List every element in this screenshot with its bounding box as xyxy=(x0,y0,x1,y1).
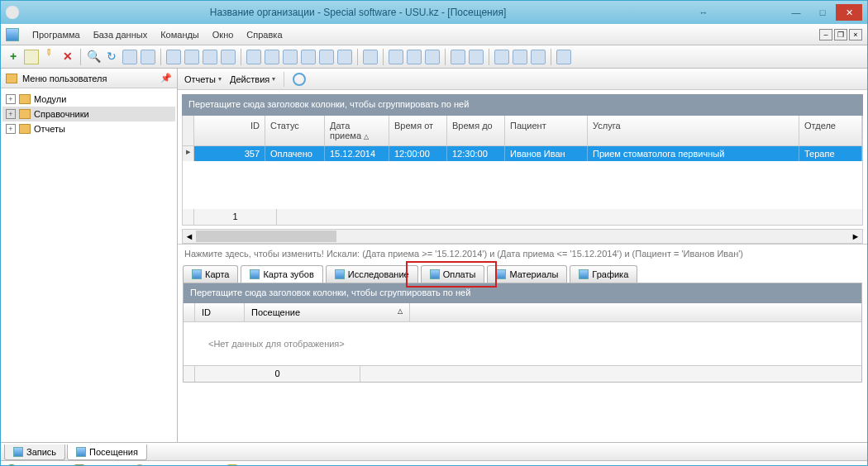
folder-icon xyxy=(6,74,17,83)
mdi-restore[interactable]: ❐ xyxy=(834,29,847,40)
delete-icon[interactable]: ✕ xyxy=(60,50,75,64)
subcol-visit[interactable]: Посещение △ xyxy=(245,303,410,321)
menu-program[interactable]: Программа xyxy=(26,26,87,43)
toolbar: + ✎ ✕ 🔍 ↻ xyxy=(1,45,867,69)
tab-research[interactable]: Исследование xyxy=(326,265,418,283)
btab-visits[interactable]: Посещения xyxy=(67,445,147,460)
menu-window[interactable]: Окно xyxy=(206,26,241,43)
scroll-thumb[interactable] xyxy=(196,231,336,242)
tool-icon[interactable] xyxy=(122,50,137,64)
col-time-to[interactable]: Время до xyxy=(447,116,505,145)
subcol-id[interactable]: ID xyxy=(195,303,245,321)
horizontal-scrollbar[interactable]: ◄ ► xyxy=(182,229,863,244)
scroll-right-icon[interactable]: ► xyxy=(849,231,862,241)
refresh-icon[interactable]: ↻ xyxy=(104,50,119,64)
tool-icon[interactable] xyxy=(203,50,217,64)
tool-icon[interactable] xyxy=(319,50,334,64)
sidebar-title: Меню пользователя xyxy=(22,74,107,83)
app-menu-icon[interactable] xyxy=(6,28,19,41)
actions-dropdown[interactable]: Действия xyxy=(230,74,275,84)
tree-item-reports[interactable]: + Отчеты xyxy=(2,121,175,136)
tool-icon[interactable] xyxy=(531,50,546,64)
doc-icon xyxy=(13,447,23,457)
group-hint[interactable]: Перетащите сюда заголовок колонки, чтобы… xyxy=(182,94,863,116)
menu-commands[interactable]: Команды xyxy=(154,26,206,43)
expand-icon[interactable]: + xyxy=(6,94,16,104)
doc-icon xyxy=(250,269,260,279)
doc-icon xyxy=(335,269,345,279)
tab-teeth-card[interactable]: Карта зубов xyxy=(241,265,322,283)
close-button[interactable]: ✕ xyxy=(836,4,862,21)
col-id[interactable]: ID xyxy=(194,116,265,145)
col-service[interactable]: Услуга xyxy=(588,116,799,145)
tool-icon[interactable] xyxy=(556,50,571,64)
resize-handle-icon[interactable]: ↔ xyxy=(690,4,717,21)
doc-icon xyxy=(496,269,506,279)
sidebar-header: Меню пользователя 📌 xyxy=(1,69,177,88)
detail-tabs: Карта Карта зубов Исследование Оплаты Ма… xyxy=(178,263,867,283)
btab-record[interactable]: Запись xyxy=(4,445,65,460)
pin-icon[interactable]: 📌 xyxy=(160,73,172,83)
col-date[interactable]: Дата приема △ xyxy=(325,116,389,145)
tab-graphics[interactable]: Графика xyxy=(570,265,637,283)
col-status[interactable]: Статус xyxy=(265,116,325,145)
tool-icon[interactable] xyxy=(166,50,181,64)
tool-icon[interactable] xyxy=(246,50,261,64)
tab-materials[interactable]: Материалы xyxy=(487,265,567,283)
menubar: Программа База данных Команды Окно Справ… xyxy=(1,24,867,45)
nav-tree: + Модули + Справочники + Отчеты xyxy=(1,88,177,140)
copy-icon[interactable] xyxy=(24,50,39,64)
main-grid: Перетащите сюда заголовок колонки, чтобы… xyxy=(178,90,867,244)
grid-footer: 1 xyxy=(182,209,863,226)
tool-icon[interactable] xyxy=(141,50,155,64)
tool-icon[interactable] xyxy=(425,50,440,64)
lock-icon[interactable] xyxy=(451,50,465,64)
tool-icon[interactable] xyxy=(283,50,298,64)
doc-icon xyxy=(430,269,440,279)
tree-item-refs[interactable]: + Справочники xyxy=(2,107,175,121)
calendar-icon[interactable] xyxy=(363,50,378,64)
clock-icon[interactable] xyxy=(293,73,306,86)
tab-card[interactable]: Карта xyxy=(183,265,238,283)
statusbar: 3.0.311.10 fedor_pc SYSDBA (MAIN) 15.12.… xyxy=(1,460,867,466)
maximize-button[interactable]: □ xyxy=(809,4,836,21)
users-icon[interactable] xyxy=(469,50,484,64)
table-row[interactable]: ▸ 357 Оплачено 15.12.2014 12:00:00 12:30… xyxy=(182,146,863,161)
filter-bar[interactable]: Нажмите здесь, чтобы изменить! Искали: (… xyxy=(178,244,867,263)
edit-icon[interactable]: ✎ xyxy=(39,46,60,67)
search-icon[interactable]: 🔍 xyxy=(86,50,101,64)
tool-icon[interactable] xyxy=(265,50,279,64)
tool-icon[interactable] xyxy=(337,50,352,64)
expand-icon[interactable]: + xyxy=(6,109,16,119)
print-icon[interactable] xyxy=(513,50,527,64)
tool-icon[interactable] xyxy=(301,50,316,64)
scroll-left-icon[interactable]: ◄ xyxy=(183,231,196,241)
col-patient[interactable]: Пациент xyxy=(505,116,588,145)
tool-icon[interactable] xyxy=(184,50,199,64)
titlebar: Название организации - Special software … xyxy=(1,1,867,24)
mdi-close[interactable]: × xyxy=(849,29,862,40)
mdi-minimize[interactable]: – xyxy=(819,29,832,40)
app-icon xyxy=(6,6,19,19)
reports-dropdown[interactable]: Отчеты xyxy=(184,74,222,84)
tree-item-modules[interactable]: + Модули xyxy=(2,92,175,107)
row-count: 1 xyxy=(194,209,277,225)
doc-icon xyxy=(192,269,202,279)
doc-icon xyxy=(579,269,589,279)
window-title: Название организации - Special software … xyxy=(26,7,690,18)
col-time-from[interactable]: Время от xyxy=(389,116,447,145)
expand-icon[interactable]: + xyxy=(6,124,16,134)
tool-icon[interactable] xyxy=(221,50,236,64)
menu-help[interactable]: Справка xyxy=(240,26,289,43)
minimize-button[interactable]: — xyxy=(783,4,809,21)
tool-icon[interactable] xyxy=(494,50,509,64)
tab-payments[interactable]: Оплаты xyxy=(421,265,485,283)
tool-icon[interactable] xyxy=(407,50,422,64)
add-icon[interactable]: + xyxy=(6,50,21,64)
grid-header: ID Статус Дата приема △ Время от Время д… xyxy=(182,116,863,146)
sub-group-hint[interactable]: Перетащите сюда заголовок колонки, чтобы… xyxy=(184,283,861,303)
sub-grid-header: ID Посещение △ xyxy=(184,303,861,322)
col-department[interactable]: Отделе xyxy=(799,116,862,145)
menu-database[interactable]: База данных xyxy=(87,26,155,43)
tool-icon[interactable] xyxy=(389,50,403,64)
